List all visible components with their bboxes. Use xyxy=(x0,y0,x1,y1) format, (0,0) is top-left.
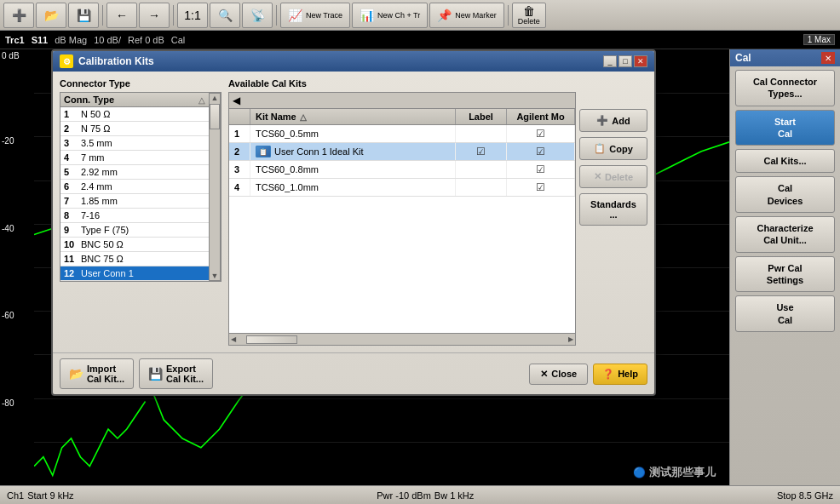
import-icon: 📂 xyxy=(69,367,83,381)
toolbar-save-btn[interactable]: 💾 xyxy=(68,3,99,28)
kit-num-header xyxy=(229,109,250,124)
copy-btn-icon: 📋 xyxy=(594,143,606,154)
trace-max: 1 Max xyxy=(803,34,835,45)
conn-row-9[interactable]: 9 Type F (75) xyxy=(60,223,209,238)
help-btn[interactable]: ❓ Help xyxy=(593,364,647,385)
delete-btn-label: Delete xyxy=(605,172,633,182)
cal-close-btn[interactable]: ✕ xyxy=(821,52,835,64)
kit-agilent-header: Agilent Mo xyxy=(507,109,575,124)
dialog-body: Connector Type Conn. Type △ 1 N 50 Ω 2 N… xyxy=(53,72,654,352)
new-ch-icon: 📊 xyxy=(360,9,374,21)
toolbar-add-btn[interactable]: ➕ xyxy=(3,3,34,28)
toolbar-open-btn[interactable]: 📂 xyxy=(36,3,66,28)
status-pwr: Pwr -10 dBm xyxy=(377,490,431,501)
close-dialog-btn[interactable]: ✕ Close xyxy=(529,364,588,385)
toolbar-delete-btn[interactable]: 🗑 Delete xyxy=(512,3,546,28)
kits-table: ◀ Kit Name △ Label Agilent Mo 1 TCS60_0.… xyxy=(228,92,576,346)
toolbar-cal-icon-btn[interactable]: 📡 xyxy=(242,3,273,28)
import-cal-btn[interactable]: 📂 ImportCal Kit... xyxy=(60,358,134,389)
start-cal-btn[interactable]: StartCal xyxy=(735,110,835,146)
hscroll-left-icon[interactable]: ◀ xyxy=(231,335,236,343)
add-icon: ➕ xyxy=(12,9,26,21)
cal-kits-btn[interactable]: Cal Kits... xyxy=(735,149,835,173)
toolbar-scale-btn[interactable]: 1:1 xyxy=(177,3,208,28)
dialog-icon: ⚙ xyxy=(60,54,73,68)
add-kit-btn[interactable]: ➕ Add xyxy=(579,109,647,132)
zoom-icon: 🔍 xyxy=(218,9,233,21)
export-icon: 💾 xyxy=(148,367,163,381)
action-buttons: ➕ Add 📋 Copy ✕ Delete Standards... xyxy=(579,92,647,346)
export-cal-btn[interactable]: 💾 ExportCal Kit... xyxy=(139,358,213,389)
kit-row-3[interactable]: 3 TCS60_0.8mm ☑ xyxy=(229,161,575,179)
help-label: Help xyxy=(618,369,638,379)
nav-left-icon[interactable]: ◀ xyxy=(233,94,240,106)
delete-kit-btn[interactable]: ✕ Delete xyxy=(579,165,647,188)
kit-row-1[interactable]: 1 TCS60_0.5mm ☑ xyxy=(229,125,575,143)
toolbar-new-marker-btn[interactable]: 📌 New Marker xyxy=(429,3,504,28)
conn-row-6[interactable]: 6 2.4 mm xyxy=(60,180,209,194)
copy-kit-btn[interactable]: 📋 Copy xyxy=(579,137,647,160)
conn-row-2[interactable]: 2 N 75 Ω xyxy=(60,122,209,136)
conn-row-10[interactable]: 10 BNC 50 Ω xyxy=(60,238,209,252)
kits-panel: Available Cal Kits ◀ Kit Name △ Label xyxy=(228,78,647,346)
kit-row-2[interactable]: 2 📋 User Conn 1 Ideal Kit ☑ ☑ xyxy=(229,143,575,161)
status-bw: Bw 1 kHz xyxy=(434,490,474,501)
dialog-close-btn[interactable]: ✕ xyxy=(634,55,647,67)
watermark-text: 测试那些事儿 xyxy=(649,466,716,478)
status-stop: Stop 8.5 GHz xyxy=(777,490,833,501)
kits-header: Kit Name △ Label Agilent Mo xyxy=(229,109,575,125)
conn-row-7[interactable]: 7 1.85 mm xyxy=(60,194,209,209)
connector-header-text: Conn. Type xyxy=(64,94,195,105)
trace-sparam[interactable]: S11 xyxy=(32,35,49,45)
conn-row-12[interactable]: 12 User Conn 1 xyxy=(60,266,209,281)
cal-kits-dialog: ⚙ Calibration Kits _ □ ✕ Connector Type … xyxy=(51,49,656,396)
dialog-minimize-btn[interactable]: _ xyxy=(603,55,617,67)
trace-scale: 10 dB/ xyxy=(94,35,121,45)
toolbar-zoom-btn[interactable]: 🔍 xyxy=(210,3,240,28)
new-marker-icon: 📌 xyxy=(437,9,452,21)
close-label: Close xyxy=(551,369,577,379)
dialog-maximize-btn[interactable]: □ xyxy=(618,55,632,67)
scroll-up-btn[interactable]: ▲ xyxy=(211,94,219,102)
use-cal-btn[interactable]: UseCal xyxy=(735,295,835,332)
trace-ref: Ref 0 dB xyxy=(128,35,164,45)
conn-row-5[interactable]: 5 2.92 mm xyxy=(60,165,209,180)
toolbar-new-ch-btn[interactable]: 📊 New Ch + Tr xyxy=(352,3,428,28)
delete-btn-icon: ✕ xyxy=(594,171,601,182)
y-label-20: -20 xyxy=(2,136,14,146)
trace-trc[interactable]: Trc1 xyxy=(5,35,25,45)
scroll-down-btn[interactable]: ▼ xyxy=(211,272,219,280)
sep1 xyxy=(102,5,103,26)
toolbar-fwd-btn[interactable]: → xyxy=(139,3,170,28)
cal-panel: Cal ✕ Cal ConnectorTypes... StartCal Cal… xyxy=(729,49,840,485)
open-icon: 📂 xyxy=(44,9,59,21)
conn-row-4[interactable]: 4 7 mm xyxy=(60,151,209,165)
standards-btn[interactable]: Standards... xyxy=(579,193,647,226)
conn-row-11[interactable]: 11 BNC 75 Ω xyxy=(60,252,209,266)
cal-icon: 📡 xyxy=(250,9,265,21)
cal-connector-types-btn[interactable]: Cal ConnectorTypes... xyxy=(735,70,835,106)
conn-row-3[interactable]: 3 3.5 mm xyxy=(60,136,209,151)
cal-devices-btn[interactable]: CalDevices xyxy=(735,176,835,213)
dialog-title-text: Calibration Kits xyxy=(78,55,154,67)
connector-header: Conn. Type △ xyxy=(60,93,209,107)
hscroll-thumb[interactable] xyxy=(246,335,297,344)
toolbar-new-trace-btn[interactable]: 📈 New Trace xyxy=(280,3,350,28)
toolbar-back-btn[interactable]: ← xyxy=(106,3,137,28)
sort-arrow-icon: △ xyxy=(198,95,205,105)
hscroll-right-icon[interactable]: ▶ xyxy=(568,335,573,343)
close-x-icon: ✕ xyxy=(540,369,548,380)
conn-row-8[interactable]: 8 7-16 xyxy=(60,209,209,223)
kit-label-header: Label xyxy=(456,109,507,124)
scroll-thumb[interactable] xyxy=(210,104,220,129)
conn-row-1[interactable]: 1 N 50 Ω xyxy=(60,107,209,122)
characterize-btn[interactable]: CharacterizeCal Unit... xyxy=(735,216,835,253)
kit-row-4[interactable]: 4 TCS60_1.0mm ☑ xyxy=(229,179,575,197)
pwr-cal-btn[interactable]: Pwr CalSettings xyxy=(735,256,835,293)
connector-panel: Connector Type Conn. Type △ 1 N 50 Ω 2 N… xyxy=(60,78,222,346)
kits-hscroll[interactable]: ◀ ▶ xyxy=(229,333,575,345)
cal-title-bar: Cal ✕ xyxy=(730,49,840,66)
dialog-controls: _ □ ✕ xyxy=(603,55,647,67)
connector-scrollbar[interactable]: ▲ ▼ xyxy=(209,93,221,281)
sep2 xyxy=(173,5,174,26)
